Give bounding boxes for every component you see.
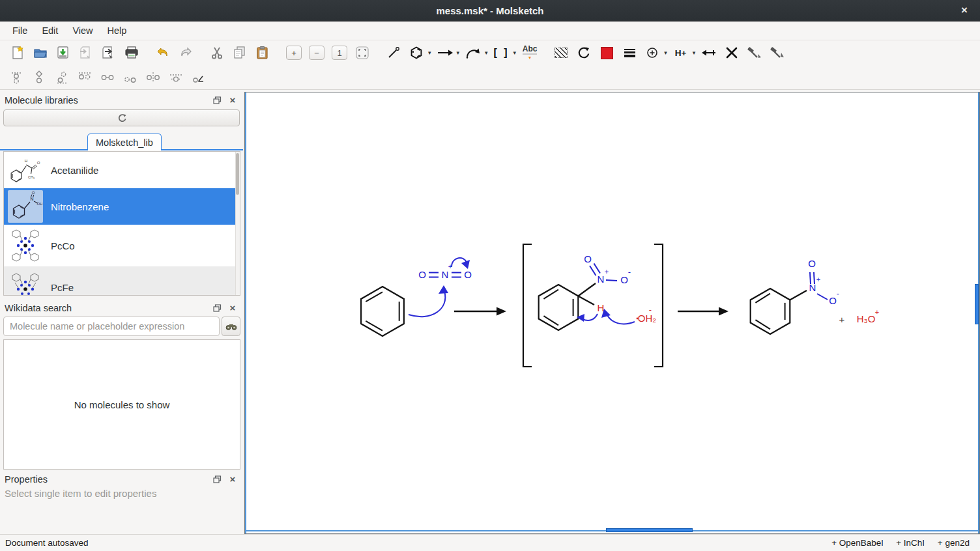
mechanism-tool-2-button[interactable] bbox=[768, 43, 787, 63]
properties-close-icon[interactable]: × bbox=[227, 474, 238, 485]
save-icon bbox=[55, 45, 71, 61]
zoom-out-button[interactable]: − bbox=[307, 43, 326, 63]
hydrogen-tool[interactable]: H+ bbox=[671, 43, 691, 63]
zoom-original-button[interactable]: 1 bbox=[330, 43, 349, 63]
atom-label: O bbox=[464, 269, 472, 280]
mechanism-arrow-water-to-h bbox=[601, 309, 635, 324]
mechanism-arrow-dropdown-icon[interactable]: ▾ bbox=[485, 49, 488, 56]
zoom-in-icon: + bbox=[286, 46, 302, 60]
print-button[interactable] bbox=[122, 43, 141, 63]
drawing-canvas[interactable]: O N O + bbox=[244, 92, 980, 534]
list-item-pcco[interactable]: PcCo bbox=[4, 225, 240, 266]
cut-button[interactable] bbox=[207, 43, 227, 63]
align-horizontal-center-button[interactable] bbox=[98, 68, 117, 87]
align-bottom-button[interactable] bbox=[52, 68, 72, 87]
text-tool[interactable]: Abc ▾ bbox=[520, 43, 540, 63]
menu-edit[interactable]: Edit bbox=[35, 23, 65, 38]
align-left-button[interactable] bbox=[75, 68, 94, 87]
charge-tool[interactable] bbox=[642, 43, 662, 63]
align-bottom-icon bbox=[55, 70, 69, 85]
library-scrollbar-thumb[interactable] bbox=[236, 153, 239, 195]
status-capabilities: + OpenBabel + InChI + gen2d bbox=[831, 538, 980, 548]
vertical-scrollbar-thumb[interactable] bbox=[975, 284, 979, 324]
draw-bond-tool[interactable] bbox=[384, 43, 403, 63]
distribute-horizontal-icon bbox=[145, 70, 161, 85]
import-button[interactable] bbox=[76, 43, 96, 63]
bracket-tool[interactable]: [ ] bbox=[492, 43, 512, 63]
export-icon bbox=[101, 45, 117, 61]
reaction-arrow-tool[interactable] bbox=[435, 43, 455, 63]
delete-tool[interactable] bbox=[722, 43, 742, 63]
paste-button[interactable] bbox=[253, 43, 272, 63]
atom-label: O bbox=[829, 295, 837, 306]
set-bond-angle-button[interactable] bbox=[189, 68, 209, 87]
library-list-scrollbar[interactable] bbox=[235, 152, 240, 295]
tab-molsketch-lib[interactable]: Molsketch_lib bbox=[87, 134, 162, 150]
wikidata-close-icon[interactable]: × bbox=[227, 303, 238, 313]
libraries-panel-title: Molecule libraries bbox=[5, 95, 207, 106]
align-top-button[interactable] bbox=[7, 68, 26, 87]
zoom-fit-button[interactable] bbox=[353, 43, 372, 63]
redo-icon bbox=[178, 45, 194, 61]
hatch-selection-tool[interactable] bbox=[551, 43, 571, 63]
new-document-button[interactable] bbox=[8, 43, 27, 63]
libraries-close-icon[interactable]: × bbox=[227, 95, 238, 106]
reaction-arrow-dropdown-icon[interactable]: ▾ bbox=[457, 49, 460, 56]
charge-label: + bbox=[875, 308, 879, 316]
redo-button[interactable] bbox=[176, 43, 195, 63]
horizontal-scrollbar-thumb[interactable] bbox=[606, 528, 693, 532]
libraries-float-icon[interactable] bbox=[211, 95, 223, 106]
copy-button[interactable] bbox=[230, 43, 250, 63]
menu-view[interactable]: View bbox=[65, 23, 100, 38]
plus-sign: + bbox=[839, 314, 845, 325]
lone-pair-tool[interactable] bbox=[699, 43, 719, 63]
wikidata-search-button[interactable] bbox=[222, 317, 240, 336]
undo-icon bbox=[155, 45, 171, 61]
ring-tool[interactable] bbox=[407, 43, 426, 63]
mechanism-arrow-ch-to-ring bbox=[577, 314, 598, 322]
undo-button[interactable] bbox=[153, 43, 173, 63]
bracket-dropdown-icon[interactable]: ▾ bbox=[513, 49, 517, 56]
wikidata-panel-header: Wikidata search × bbox=[0, 300, 243, 315]
color-swatch-button[interactable] bbox=[597, 43, 616, 63]
properties-float-icon[interactable] bbox=[211, 474, 223, 485]
export-button[interactable] bbox=[99, 43, 119, 63]
lone-pair-icon bbox=[700, 46, 717, 60]
status-bar: Document autosaved + OpenBabel + InChI +… bbox=[0, 534, 980, 551]
list-item-acetanilide[interactable]: HOCH₃ Acetanilide bbox=[4, 152, 240, 188]
window-close-icon[interactable]: × bbox=[957, 3, 972, 18]
line-width-button[interactable] bbox=[620, 43, 639, 63]
distribute-horizontal-button[interactable] bbox=[143, 68, 163, 87]
intermediate-brackets bbox=[523, 244, 663, 367]
mechanism-arrow-tool[interactable] bbox=[463, 43, 483, 63]
mechanism-tool-button[interactable] bbox=[745, 43, 764, 63]
save-button[interactable] bbox=[53, 43, 73, 63]
binoculars-icon bbox=[225, 322, 237, 331]
rotate-tool[interactable] bbox=[574, 43, 594, 63]
wikidata-float-icon[interactable] bbox=[211, 303, 223, 313]
zoom-in-button[interactable]: + bbox=[284, 43, 304, 63]
import-icon bbox=[78, 45, 94, 61]
menu-help[interactable]: Help bbox=[100, 23, 134, 38]
atom-label: N bbox=[442, 269, 449, 280]
atom-label: N bbox=[598, 274, 605, 285]
menu-file[interactable]: File bbox=[5, 23, 35, 38]
distribute-vertical-button[interactable] bbox=[166, 68, 186, 87]
library-refresh-button[interactable] bbox=[3, 109, 240, 126]
list-item-nitrobenzene[interactable]: NOOH Nitrobenzene bbox=[4, 188, 240, 225]
nitrobenzene-ring bbox=[751, 289, 807, 334]
align-vertical-center-button[interactable] bbox=[29, 68, 49, 87]
intermediate-nitro-group: O N + O - bbox=[584, 253, 631, 285]
svg-text:OH: OH bbox=[37, 202, 43, 206]
ring-dropdown-icon[interactable]: ▾ bbox=[428, 49, 431, 56]
reaction-arrow-icon bbox=[437, 45, 454, 61]
list-item-pcfe[interactable]: PcFe bbox=[4, 266, 240, 296]
rotate-icon bbox=[576, 45, 592, 61]
hydrogen-dropdown-icon[interactable]: ▾ bbox=[693, 49, 696, 56]
reaction-arrow-2 bbox=[678, 307, 728, 316]
align-right-button[interactable] bbox=[121, 68, 140, 87]
paste-icon bbox=[255, 45, 270, 61]
open-button[interactable] bbox=[31, 43, 50, 63]
wikidata-search-input[interactable] bbox=[3, 317, 220, 336]
charge-dropdown-icon[interactable]: ▾ bbox=[664, 49, 667, 56]
